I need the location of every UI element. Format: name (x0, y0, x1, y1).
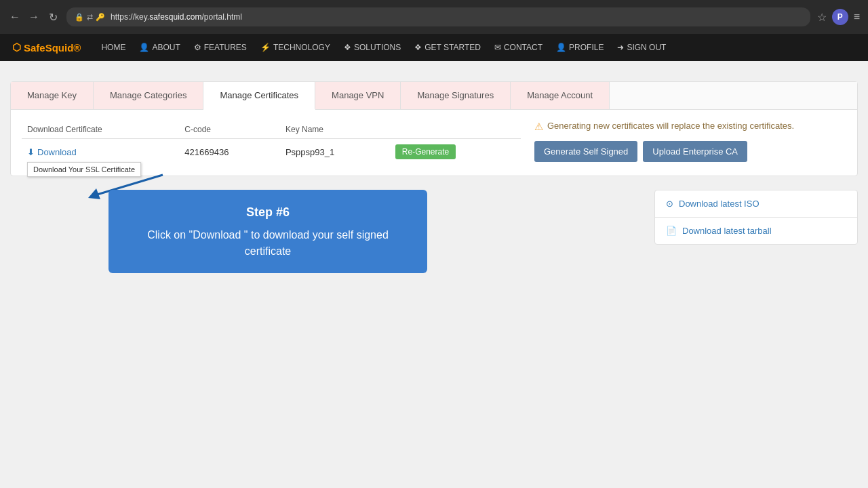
profile-icon: 👤 (556, 43, 566, 52)
warning-icon: ⚠ (534, 121, 543, 133)
tab-bar: Manage Key Manage Categories Manage Cert… (11, 82, 857, 110)
warning-message: ⚠ Generating new certificates will repla… (534, 121, 846, 133)
step-description: Click on "Download " to download your se… (129, 227, 407, 260)
certificate-table: Download Certificate C-code Key Name (22, 121, 521, 165)
brand-icon: ⬡ (12, 41, 21, 54)
upload-enterprise-ca-button[interactable]: Upload Enterprise CA (643, 141, 747, 162)
lock-icon: 🔒 (75, 13, 84, 22)
download-iso-item[interactable]: ⊙ Download latest ISO (655, 190, 857, 218)
cert-table-container: Download Certificate C-code Key Name (22, 121, 521, 165)
key-icon: 🔑 (96, 13, 105, 22)
c-code-value: 421669436 (179, 139, 280, 165)
tab-manage-categories[interactable]: Manage Categories (94, 82, 203, 109)
download-panel: ⊙ Download latest ISO 📄 Download latest … (654, 190, 858, 245)
download-link[interactable]: ⬇ Download Download Your SSL Certificate (27, 147, 174, 157)
address-bar[interactable]: 🔒 ⇄ 🔑 https://key.safesquid.com/portal.h… (66, 7, 810, 26)
certificate-section: Download Certificate C-code Key Name (22, 121, 521, 165)
back-button[interactable]: ← (8, 11, 22, 23)
key-name-value: Psppsp93_1 (280, 139, 390, 165)
nav-contact[interactable]: ✉ CONTACT (488, 34, 549, 61)
download-tarball-item[interactable]: 📄 Download latest tarball (655, 218, 857, 244)
tab-content-area: Download Certificate C-code Key Name (11, 110, 857, 176)
nav-solutions[interactable]: ❖ SOLUTIONS (337, 34, 408, 61)
browser-chrome: ← → ↻ 🔒 ⇄ 🔑 https://key.safesquid.com/po… (0, 0, 868, 34)
tab-manage-certificates[interactable]: Manage Certificates (203, 82, 315, 110)
table-row: ⬇ Download Download Your SSL Certificate… (22, 139, 521, 165)
nav-sign-out[interactable]: ➜ SIGN OUT (610, 34, 673, 61)
get-started-icon: ❖ (414, 43, 422, 52)
nav-home[interactable]: HOME (94, 34, 132, 61)
nav-technology[interactable]: ⚡ TECHNOLOGY (254, 34, 337, 61)
col-action (390, 121, 521, 139)
refresh-button[interactable]: ↻ (46, 11, 60, 24)
contact-icon: ✉ (494, 43, 501, 52)
iso-icon: ⊙ (666, 199, 673, 209)
generate-self-signed-button[interactable]: Generate Self Signed (534, 141, 637, 162)
technology-icon: ⚡ (260, 43, 271, 52)
regenerate-button[interactable]: Re-Generate (395, 144, 456, 159)
nav-get-started[interactable]: ❖ GET STARTED (408, 34, 488, 61)
col-key-name: Key Name (280, 121, 390, 139)
download-icon: ⬇ (27, 147, 35, 157)
tab-manage-account[interactable]: Manage Account (511, 82, 610, 109)
step-title: Step #6 (129, 203, 407, 222)
brand-logo[interactable]: ⬡ SafeSquid® (7, 41, 86, 54)
tab-manage-vpn[interactable]: Manage VPN (315, 82, 401, 109)
col-ccode: C-code (179, 121, 280, 139)
swap-icon: ⇄ (87, 13, 93, 22)
cert-action-buttons: Generate Self Signed Upload Enterprise C… (534, 141, 846, 162)
certificate-actions: ⚠ Generating new certificates will repla… (534, 121, 846, 165)
tab-manage-key[interactable]: Manage Key (11, 82, 94, 109)
profile-circle[interactable]: P (832, 9, 848, 25)
solutions-icon: ❖ (344, 43, 351, 52)
sign-out-icon: ➜ (617, 43, 624, 52)
main-navbar: ⬡ SafeSquid® HOME 👤 ABOUT ⚙ FEATURES ⚡ T… (0, 34, 868, 61)
menu-icon[interactable]: ≡ (854, 11, 860, 23)
nav-about[interactable]: 👤 ABOUT (132, 34, 186, 61)
nav-profile[interactable]: 👤 PROFILE (549, 34, 610, 61)
features-icon: ⚙ (194, 43, 201, 52)
step-instruction-box: Step #6 Click on "Download " to download… (108, 190, 427, 273)
tab-card: Manage Key Manage Categories Manage Cert… (10, 81, 858, 176)
forward-button[interactable]: → (27, 11, 41, 23)
brand-name: SafeSquid® (24, 42, 81, 54)
col-download-cert: Download Certificate (22, 121, 179, 139)
url-display: https://key.safesquid.com/portal.html (111, 12, 242, 22)
tab-manage-signatures[interactable]: Manage Signatures (401, 82, 511, 109)
tarball-icon: 📄 (666, 226, 677, 236)
star-icon[interactable]: ☆ (817, 11, 827, 24)
nav-features[interactable]: ⚙ FEATURES (187, 34, 254, 61)
about-icon: 👤 (139, 43, 149, 52)
